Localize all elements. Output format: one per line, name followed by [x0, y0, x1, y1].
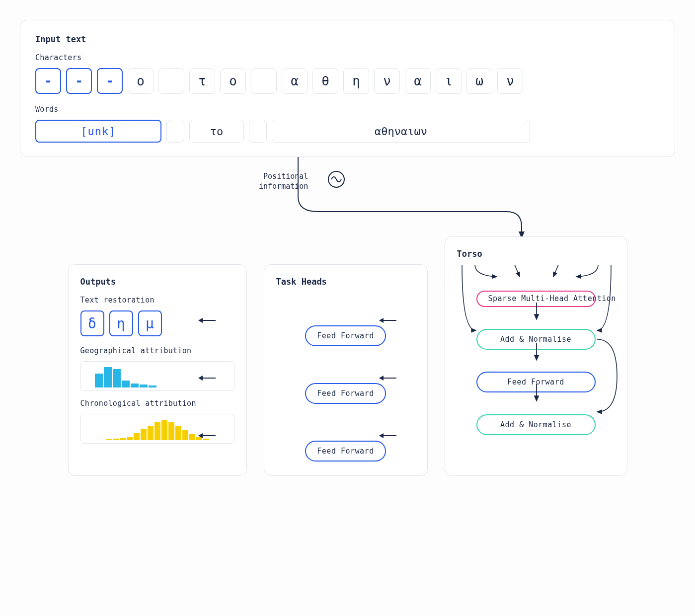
chart-bar — [161, 420, 167, 440]
chart-bar — [175, 426, 181, 440]
geographical-label: Geographical attribution — [80, 346, 234, 355]
chart-bar — [120, 438, 126, 440]
restoration-char: δ — [80, 310, 104, 336]
chart-bar — [140, 385, 148, 387]
chart-bar — [106, 439, 112, 440]
char-box: θ — [312, 68, 338, 94]
char-box — [158, 68, 184, 94]
add-normalise-pill-1: Add & Normalise — [476, 329, 596, 350]
char-box: ν — [497, 68, 523, 94]
char-box: ι — [436, 68, 462, 94]
char-box — [251, 68, 277, 94]
char-box: ο — [220, 68, 246, 94]
words-row: [unk]τοαθηναιων — [35, 120, 660, 143]
chart-bar — [189, 434, 195, 440]
char-box: - — [35, 68, 61, 94]
torso-title: Torso — [457, 249, 615, 259]
chart-bar — [141, 429, 147, 440]
torso-panel: Torso Sparse Multi-Head Attention Add & … — [445, 236, 627, 476]
chart-bar — [113, 439, 119, 440]
outputs-panel: Outputs Text restoration δημ Geographica… — [68, 264, 247, 476]
arrow-taskheads-to-outputs-1 — [199, 320, 216, 321]
arrow-taskheads-to-outputs-3 — [199, 435, 216, 436]
word-box: το — [189, 120, 244, 143]
chart-bar — [154, 422, 160, 440]
arrow-taskheads-to-outputs-2 — [199, 378, 216, 379]
chronological-label: Chronological attribution — [80, 399, 234, 408]
char-box: η — [343, 68, 369, 94]
word-box — [166, 120, 184, 143]
feed-forward-pill-1: Feed Forward — [305, 325, 386, 346]
feed-forward-pill-3: Feed Forward — [305, 441, 386, 462]
arrow-torso-to-taskheads-1 — [380, 320, 396, 321]
positional-line2: information — [259, 182, 308, 191]
chart-bar — [131, 384, 139, 387]
characters-label: Characters — [35, 53, 660, 62]
characters-row: ---οτοαθηναιων — [35, 68, 660, 94]
char-box: ω — [466, 68, 492, 94]
char-box: - — [66, 68, 92, 94]
geographical-chart — [80, 361, 234, 391]
word-box — [249, 120, 267, 143]
arrow-torso-to-taskheads-3 — [380, 435, 396, 436]
char-box: α — [405, 68, 431, 94]
task-heads-stack: Feed Forward Feed Forward Feed Forward — [276, 325, 415, 462]
chart-bar — [122, 381, 130, 387]
task-heads-panel: Task Heads Feed Forward Feed Forward Fee… — [264, 264, 428, 476]
arrow-torso-to-taskheads-2 — [380, 378, 396, 379]
positional-line1: Positional — [263, 172, 308, 181]
char-box: - — [97, 68, 123, 94]
restoration-char: μ — [138, 310, 162, 336]
word-box: αθηναιων — [272, 120, 530, 143]
torso-stack: Sparse Multi-Head Attention Add & Normal… — [457, 291, 615, 435]
chart-bar — [182, 430, 188, 440]
sparse-attention-pill: Sparse Multi-Head Attention — [476, 291, 596, 307]
sine-wave-icon — [328, 171, 345, 188]
architecture-grid: Outputs Text restoration δημ Geographica… — [20, 236, 675, 476]
connector-zone: Positional information — [20, 157, 675, 236]
task-heads-title: Task Heads — [276, 277, 415, 287]
chart-bar — [149, 385, 156, 387]
chart-bar — [95, 374, 103, 387]
chart-bar — [127, 437, 133, 440]
torso-feed-forward-pill: Feed Forward — [476, 372, 596, 392]
chart-bar — [134, 433, 140, 440]
chart-bar — [203, 439, 209, 440]
text-restoration-label: Text restoration — [80, 296, 234, 305]
chart-bar — [148, 426, 154, 440]
char-box: τ — [189, 68, 215, 94]
chart-bar — [104, 367, 112, 387]
word-box: [unk] — [35, 120, 161, 143]
char-box: α — [282, 68, 308, 94]
connector-path — [20, 157, 675, 236]
restoration-chars-row: δημ — [80, 310, 234, 336]
chart-bar — [113, 369, 121, 387]
feed-forward-pill-2: Feed Forward — [305, 383, 386, 404]
chronological-chart — [80, 414, 234, 444]
char-box: ο — [128, 68, 154, 94]
chart-bar — [168, 422, 174, 440]
input-panel: Input text Characters ---οτοαθηναιων Wor… — [20, 20, 675, 157]
char-box: ν — [374, 68, 400, 94]
positional-info-label: Positional information — [259, 172, 308, 191]
outputs-title: Outputs — [80, 277, 234, 287]
add-normalise-pill-2: Add & Normalise — [476, 414, 596, 435]
words-label: Words — [35, 105, 660, 114]
input-title: Input text — [35, 34, 660, 44]
restoration-char: η — [109, 310, 133, 336]
